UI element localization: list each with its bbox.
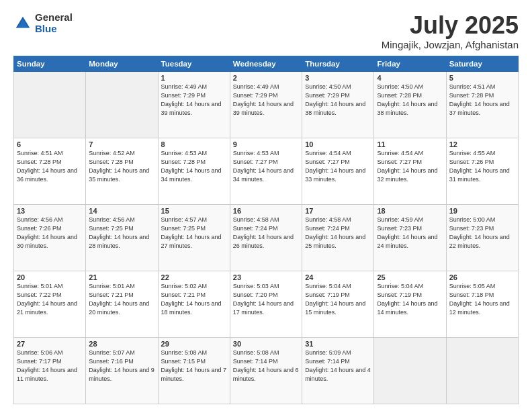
day-number: 14	[89, 207, 154, 215]
day-number: 10	[305, 140, 371, 148]
col-tuesday: Tuesday	[158, 56, 230, 71]
day-number: 2	[233, 74, 299, 82]
table-row: 15 Sunrise: 4:57 AMSunset: 7:25 PMDaylig…	[158, 204, 230, 271]
day-number: 27	[17, 340, 83, 348]
table-row: 23 Sunrise: 5:03 AMSunset: 7:20 PMDaylig…	[230, 271, 302, 337]
logo-icon	[13, 14, 32, 33]
table-row: 8 Sunrise: 4:53 AMSunset: 7:28 PMDayligh…	[158, 138, 230, 204]
calendar-header-row: Sunday Monday Tuesday Wednesday Thursday…	[14, 56, 519, 71]
table-row	[374, 337, 446, 404]
calendar-week-row: 13 Sunrise: 4:56 AMSunset: 7:26 PMDaylig…	[14, 204, 519, 271]
table-row: 16 Sunrise: 4:58 AMSunset: 7:24 PMDaylig…	[230, 204, 302, 271]
calendar-week-row: 20 Sunrise: 5:01 AMSunset: 7:22 PMDaylig…	[14, 271, 519, 337]
day-info: Sunrise: 4:51 AMSunset: 7:28 PMDaylight:…	[17, 150, 77, 183]
day-info: Sunrise: 4:56 AMSunset: 7:26 PMDaylight:…	[17, 216, 77, 249]
day-info: Sunrise: 4:51 AMSunset: 7:28 PMDaylight:…	[449, 83, 510, 116]
day-info: Sunrise: 5:04 AMSunset: 7:19 PMDaylight:…	[377, 283, 437, 316]
calendar-week-row: 27 Sunrise: 5:06 AMSunset: 7:17 PMDaylig…	[14, 337, 519, 404]
day-info: Sunrise: 4:55 AMSunset: 7:26 PMDaylight:…	[449, 150, 510, 183]
day-number: 16	[233, 207, 299, 215]
table-row: 25 Sunrise: 5:04 AMSunset: 7:19 PMDaylig…	[374, 271, 446, 337]
day-number: 26	[449, 273, 515, 281]
day-info: Sunrise: 4:56 AMSunset: 7:25 PMDaylight:…	[89, 216, 149, 249]
table-row: 3 Sunrise: 4:50 AMSunset: 7:29 PMDayligh…	[302, 71, 374, 138]
table-row: 10 Sunrise: 4:54 AMSunset: 7:27 PMDaylig…	[302, 138, 374, 204]
table-row: 13 Sunrise: 4:56 AMSunset: 7:26 PMDaylig…	[14, 204, 86, 271]
col-thursday: Thursday	[302, 56, 374, 71]
day-info: Sunrise: 4:50 AMSunset: 7:28 PMDaylight:…	[377, 83, 437, 116]
day-info: Sunrise: 4:58 AMSunset: 7:24 PMDaylight:…	[233, 216, 294, 249]
table-row: 24 Sunrise: 5:04 AMSunset: 7:19 PMDaylig…	[302, 271, 374, 337]
logo-text: General Blue	[35, 12, 73, 34]
day-number: 9	[233, 140, 299, 148]
col-monday: Monday	[86, 56, 158, 71]
day-number: 20	[17, 273, 83, 281]
day-info: Sunrise: 4:52 AMSunset: 7:28 PMDaylight:…	[89, 150, 149, 183]
table-row: 4 Sunrise: 4:50 AMSunset: 7:28 PMDayligh…	[374, 71, 446, 138]
day-number: 12	[449, 140, 515, 148]
day-number: 22	[161, 273, 227, 281]
day-info: Sunrise: 5:02 AMSunset: 7:21 PMDaylight:…	[161, 283, 222, 316]
table-row: 17 Sunrise: 4:58 AMSunset: 7:24 PMDaylig…	[302, 204, 374, 271]
day-number: 23	[233, 273, 299, 281]
header: General Blue July 2025 Mingajik, Jowzjan…	[13, 12, 519, 50]
table-row: 9 Sunrise: 4:53 AMSunset: 7:27 PMDayligh…	[230, 138, 302, 204]
day-info: Sunrise: 5:07 AMSunset: 7:16 PMDaylight:…	[89, 349, 154, 382]
table-row: 12 Sunrise: 4:55 AMSunset: 7:26 PMDaylig…	[446, 138, 518, 204]
day-info: Sunrise: 4:59 AMSunset: 7:23 PMDaylight:…	[377, 216, 437, 249]
page: General Blue July 2025 Mingajik, Jowzjan…	[0, 0, 532, 411]
col-sunday: Sunday	[14, 56, 86, 71]
table-row: 22 Sunrise: 5:02 AMSunset: 7:21 PMDaylig…	[158, 271, 230, 337]
day-number: 4	[377, 74, 443, 82]
table-row: 26 Sunrise: 5:05 AMSunset: 7:18 PMDaylig…	[446, 271, 518, 337]
day-number: 3	[305, 74, 371, 82]
table-row: 11 Sunrise: 4:54 AMSunset: 7:27 PMDaylig…	[374, 138, 446, 204]
table-row: 21 Sunrise: 5:01 AMSunset: 7:21 PMDaylig…	[86, 271, 158, 337]
table-row	[14, 71, 86, 138]
day-number: 21	[89, 273, 154, 281]
day-info: Sunrise: 4:54 AMSunset: 7:27 PMDaylight:…	[305, 150, 365, 183]
table-row: 1 Sunrise: 4:49 AMSunset: 7:29 PMDayligh…	[158, 71, 230, 138]
table-row: 20 Sunrise: 5:01 AMSunset: 7:22 PMDaylig…	[14, 271, 86, 337]
table-row: 14 Sunrise: 4:56 AMSunset: 7:25 PMDaylig…	[86, 204, 158, 271]
day-info: Sunrise: 5:06 AMSunset: 7:17 PMDaylight:…	[17, 349, 77, 382]
day-number: 30	[233, 340, 299, 348]
table-row: 31 Sunrise: 5:09 AMSunset: 7:14 PMDaylig…	[302, 337, 374, 404]
day-number: 28	[89, 340, 154, 348]
logo-general: General	[35, 12, 73, 24]
table-row	[446, 337, 518, 404]
day-number: 6	[17, 140, 83, 148]
title-location: Mingajik, Jowzjan, Afghanistan	[382, 39, 519, 50]
col-saturday: Saturday	[446, 56, 518, 71]
day-number: 25	[377, 273, 443, 281]
table-row: 7 Sunrise: 4:52 AMSunset: 7:28 PMDayligh…	[86, 138, 158, 204]
day-number: 31	[305, 340, 371, 348]
table-row: 18 Sunrise: 4:59 AMSunset: 7:23 PMDaylig…	[374, 204, 446, 271]
table-row: 30 Sunrise: 5:08 AMSunset: 7:14 PMDaylig…	[230, 337, 302, 404]
day-number: 5	[449, 74, 515, 82]
day-info: Sunrise: 5:09 AMSunset: 7:14 PMDaylight:…	[305, 349, 371, 382]
day-info: Sunrise: 5:01 AMSunset: 7:21 PMDaylight:…	[89, 283, 149, 316]
col-wednesday: Wednesday	[230, 56, 302, 71]
day-info: Sunrise: 4:58 AMSunset: 7:24 PMDaylight:…	[305, 216, 365, 249]
calendar-week-row: 6 Sunrise: 4:51 AMSunset: 7:28 PMDayligh…	[14, 138, 519, 204]
table-row: 28 Sunrise: 5:07 AMSunset: 7:16 PMDaylig…	[86, 337, 158, 404]
day-number: 11	[377, 140, 443, 148]
logo: General Blue	[13, 12, 73, 34]
table-row: 29 Sunrise: 5:08 AMSunset: 7:15 PMDaylig…	[158, 337, 230, 404]
day-number: 18	[377, 207, 443, 215]
day-number: 19	[449, 207, 515, 215]
day-info: Sunrise: 4:53 AMSunset: 7:28 PMDaylight:…	[161, 150, 222, 183]
day-info: Sunrise: 5:03 AMSunset: 7:20 PMDaylight:…	[233, 283, 294, 316]
col-friday: Friday	[374, 56, 446, 71]
calendar-week-row: 1 Sunrise: 4:49 AMSunset: 7:29 PMDayligh…	[14, 71, 519, 138]
day-info: Sunrise: 4:49 AMSunset: 7:29 PMDaylight:…	[233, 83, 294, 116]
day-info: Sunrise: 5:08 AMSunset: 7:15 PMDaylight:…	[161, 349, 227, 382]
day-info: Sunrise: 4:49 AMSunset: 7:29 PMDaylight:…	[161, 83, 222, 116]
day-info: Sunrise: 4:54 AMSunset: 7:27 PMDaylight:…	[377, 150, 437, 183]
table-row: 6 Sunrise: 4:51 AMSunset: 7:28 PMDayligh…	[14, 138, 86, 204]
table-row	[86, 71, 158, 138]
day-number: 7	[89, 140, 154, 148]
title-month: July 2025	[382, 12, 519, 39]
day-info: Sunrise: 5:05 AMSunset: 7:18 PMDaylight:…	[449, 283, 510, 316]
